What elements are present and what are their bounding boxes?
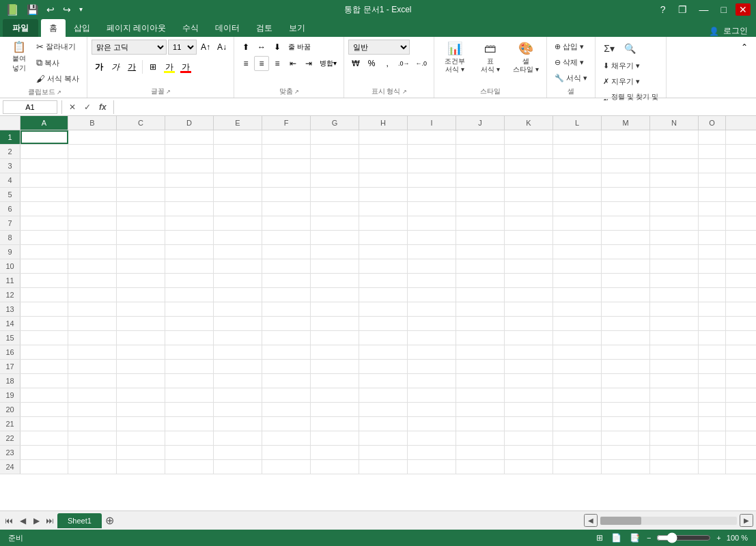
cell-A13[interactable] xyxy=(20,302,68,316)
cell-L10[interactable] xyxy=(553,259,602,273)
cell-A12[interactable] xyxy=(20,288,68,302)
cell-F5[interactable] xyxy=(262,188,311,201)
scrollbar-thumb[interactable] xyxy=(600,517,641,525)
cell-A6[interactable] xyxy=(20,202,68,216)
cell-K7[interactable] xyxy=(505,216,553,230)
cell-N21[interactable] xyxy=(650,417,699,431)
cell-L14[interactable] xyxy=(553,317,602,330)
sum-button[interactable]: Σ▾ xyxy=(600,40,619,57)
col-header-N[interactable]: N xyxy=(650,116,699,130)
confirm-formula-button[interactable]: ✓ xyxy=(81,101,94,113)
cell-N19[interactable] xyxy=(650,388,699,402)
cell-A17[interactable] xyxy=(20,360,68,373)
cell-M10[interactable] xyxy=(602,259,650,273)
row-num-6[interactable]: 6 xyxy=(0,202,20,216)
insert-function-button[interactable]: fx xyxy=(96,101,109,113)
cell-G23[interactable] xyxy=(311,446,359,459)
cell-G2[interactable] xyxy=(311,145,359,158)
insert-cell-button[interactable]: ⊕ 삽입 ▾ xyxy=(551,40,591,54)
cell-K22[interactable] xyxy=(505,431,553,445)
cell-I16[interactable] xyxy=(408,345,456,359)
cell-B9[interactable] xyxy=(68,245,117,259)
cell-K19[interactable] xyxy=(505,388,553,402)
cell-B19[interactable] xyxy=(68,388,117,402)
cell-N12[interactable] xyxy=(650,288,699,302)
binoculars-button[interactable]: 🔍 xyxy=(620,40,639,57)
cell-A23[interactable] xyxy=(20,446,68,459)
decrease-indent-button[interactable]: ⇤ xyxy=(285,56,300,71)
cell-G17[interactable] xyxy=(311,360,359,373)
zoom-minus[interactable]: − xyxy=(647,534,651,542)
cell-F6[interactable] xyxy=(262,202,311,216)
cell-G10[interactable] xyxy=(311,259,359,273)
cell-D3[interactable] xyxy=(165,159,214,173)
fill-color-button[interactable]: 가 xyxy=(162,59,177,74)
cell-M17[interactable] xyxy=(602,360,650,373)
cell-E2[interactable] xyxy=(214,145,262,158)
cell-H10[interactable] xyxy=(359,259,408,273)
cell-H15[interactable] xyxy=(359,331,408,345)
sheet-scroll-right[interactable]: ▶ xyxy=(740,514,753,527)
decrease-font-size-button[interactable]: A↓ xyxy=(214,40,229,55)
cell-E6[interactable] xyxy=(214,202,262,216)
cell-L17[interactable] xyxy=(553,360,602,373)
cell-O21[interactable] xyxy=(699,417,726,431)
cell-H18[interactable] xyxy=(359,374,408,388)
col-header-E[interactable]: E xyxy=(214,116,262,130)
col-header-K[interactable]: K xyxy=(505,116,553,130)
tab-formulas[interactable]: 수식 xyxy=(174,19,207,37)
cell-N8[interactable] xyxy=(650,231,699,244)
col-header-F[interactable]: F xyxy=(262,116,311,130)
cell-G8[interactable] xyxy=(311,231,359,244)
cell-I18[interactable] xyxy=(408,374,456,388)
cell-B18[interactable] xyxy=(68,374,117,388)
cell-L11[interactable] xyxy=(553,274,602,287)
cell-K4[interactable] xyxy=(505,173,553,187)
cell-F19[interactable] xyxy=(262,388,311,402)
cell-J17[interactable] xyxy=(456,360,505,373)
cell-F16[interactable] xyxy=(262,345,311,359)
cell-I17[interactable] xyxy=(408,360,456,373)
cell-C14[interactable] xyxy=(117,317,165,330)
cell-H22[interactable] xyxy=(359,431,408,445)
cell-N24[interactable] xyxy=(650,460,699,474)
cell-N4[interactable] xyxy=(650,173,699,187)
col-header-H[interactable]: H xyxy=(359,116,408,130)
cell-B17[interactable] xyxy=(68,360,117,373)
cell-H9[interactable] xyxy=(359,245,408,259)
cell-N17[interactable] xyxy=(650,360,699,373)
cell-A15[interactable] xyxy=(20,331,68,345)
cell-D19[interactable] xyxy=(165,388,214,402)
cell-I3[interactable] xyxy=(408,159,456,173)
cell-N14[interactable] xyxy=(650,317,699,330)
cell-D8[interactable] xyxy=(165,231,214,244)
cell-D23[interactable] xyxy=(165,446,214,459)
cell-L18[interactable] xyxy=(553,374,602,388)
cell-N9[interactable] xyxy=(650,245,699,259)
tab-view[interactable]: 보기 xyxy=(281,19,313,37)
cell-J23[interactable] xyxy=(456,446,505,459)
cell-N22[interactable] xyxy=(650,431,699,445)
cell-E17[interactable] xyxy=(214,360,262,373)
tab-file[interactable]: 파일 xyxy=(3,19,38,37)
cell-L23[interactable] xyxy=(553,446,602,459)
grid-container[interactable]: 123456789101112131415161718192021222324 xyxy=(0,130,756,511)
cell-K3[interactable] xyxy=(505,159,553,173)
cell-N2[interactable] xyxy=(650,145,699,158)
increase-font-size-button[interactable]: A↑ xyxy=(198,40,213,55)
cell-J1[interactable] xyxy=(456,130,505,144)
cell-F23[interactable] xyxy=(262,446,311,459)
cell-E11[interactable] xyxy=(214,274,262,287)
cell-F3[interactable] xyxy=(262,159,311,173)
cell-I8[interactable] xyxy=(408,231,456,244)
cell-M19[interactable] xyxy=(602,388,650,402)
cell-O1[interactable] xyxy=(699,130,726,144)
cell-O16[interactable] xyxy=(699,345,726,359)
cell-F24[interactable] xyxy=(262,460,311,474)
cell-H11[interactable] xyxy=(359,274,408,287)
cell-B8[interactable] xyxy=(68,231,117,244)
cell-B13[interactable] xyxy=(68,302,117,316)
cell-I24[interactable] xyxy=(408,460,456,474)
cell-I13[interactable] xyxy=(408,302,456,316)
cell-L7[interactable] xyxy=(553,216,602,230)
